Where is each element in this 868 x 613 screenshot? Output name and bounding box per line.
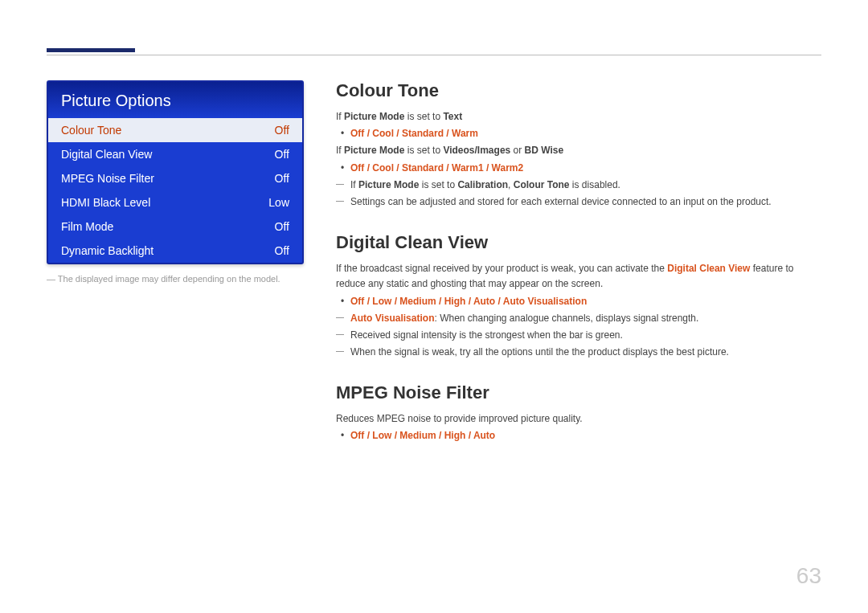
left-column: Picture Options Colour Tone Off Digital … [47,80,336,467]
menu-item-digital-clean-view[interactable]: Digital Clean View Off [48,142,302,166]
menu-item-value: Off [275,220,289,233]
picture-options-menu: Picture Options Colour Tone Off Digital … [47,80,304,264]
menu-footnote-text: The displayed image may differ depending… [58,274,280,284]
menu-item-colour-tone[interactable]: Colour Tone Off [48,118,302,142]
right-column: Colour Tone If Picture Mode is set to Te… [336,80,821,467]
menu-item-label: HDMI Black Level [61,196,150,209]
menu-item-value: Off [275,244,289,257]
menu-item-value: Off [275,172,289,185]
menu-item-label: MPEG Noise Filter [61,172,154,185]
note-line: Settings can be adjusted and stored for … [336,194,821,210]
menu-footnote: ― The displayed image may differ dependi… [47,274,304,284]
menu-item-mpeg-noise-filter[interactable]: MPEG Noise Filter Off [48,166,302,190]
menu-item-hdmi-black-level[interactable]: HDMI Black Level Low [48,190,302,215]
menu-item-dynamic-backlight[interactable]: Dynamic Backlight Off [48,239,302,263]
text-line: Reduces MPEG noise to provide improved p… [336,411,821,427]
note-line: When the signal is weak, try all the opt… [336,345,821,360]
section-colour-tone: Colour Tone If Picture Mode is set to Te… [336,80,821,210]
menu-item-label: Colour Tone [61,124,121,137]
header-divider [47,55,821,55]
text-line: If Picture Mode is set to Text [336,109,821,125]
menu-item-film-mode[interactable]: Film Mode Off [48,215,302,239]
note-line: Received signal intensity is the stronge… [336,328,821,343]
section-heading: MPEG Noise Filter [336,382,821,403]
menu-item-label: Film Mode [61,220,113,233]
option-list: Off / Low / Medium / High / Auto [336,428,821,443]
menu-item-label: Dynamic Backlight [61,244,154,257]
section-digital-clean-view: Digital Clean View If the broadcast sign… [336,232,821,360]
page-content: Picture Options Colour Tone Off Digital … [47,80,821,467]
menu-item-value: Low [268,196,289,209]
option-list: Off / Cool / Standard / Warm1 / Warm2 [336,161,821,176]
menu-title: Picture Options [48,82,302,118]
section-heading: Colour Tone [336,80,821,101]
page-number: 63 [796,563,821,589]
section-heading: Digital Clean View [336,232,821,253]
text-line: If the broadcast signal received by your… [336,261,821,292]
menu-item-value: Off [275,148,289,161]
option-list: Off / Low / Medium / High / Auto / Auto … [336,294,821,309]
text-line: If Picture Mode is set to Videos/Images … [336,143,821,158]
option-list: Off / Cool / Standard / Warm [336,126,821,141]
menu-item-label: Digital Clean View [61,148,152,161]
menu-item-value: Off [275,124,289,137]
header-accent [47,48,135,52]
section-mpeg-noise-filter: MPEG Noise Filter Reduces MPEG noise to … [336,382,821,443]
note-line: Auto Visualisation: When changing analog… [336,311,821,326]
note-line: If Picture Mode is set to Calibration, C… [336,178,821,193]
